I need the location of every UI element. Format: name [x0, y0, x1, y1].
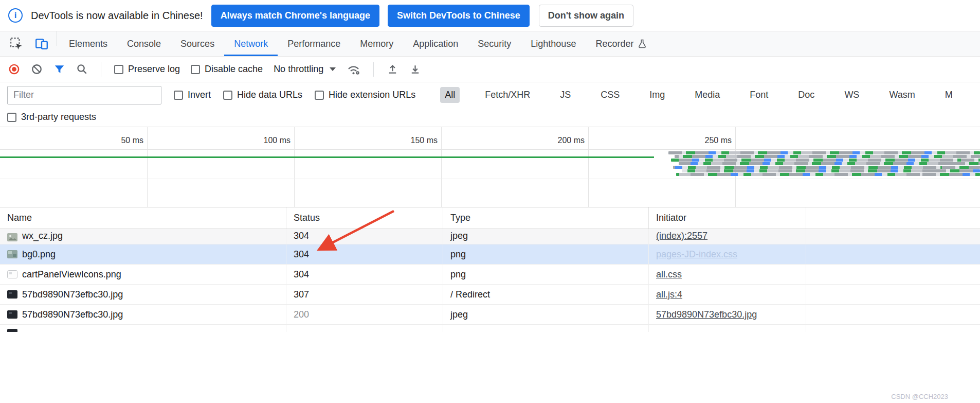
- table-row[interactable]: 57bd9890N73efbc30.jpg 307 / Redirect all…: [0, 285, 980, 305]
- language-banner: DevTools is now available in Chinese! Al…: [0, 0, 980, 31]
- waterfall-overview-bars: [668, 151, 980, 178]
- tab-recorder[interactable]: Recorder: [586, 31, 657, 56]
- switch-to-chinese-button[interactable]: Switch DevTools to Chinese: [388, 5, 530, 27]
- banner-message: DevTools is now available in Chinese!: [31, 10, 203, 22]
- throttling-select[interactable]: No throttling: [274, 64, 336, 75]
- gridline: [294, 127, 295, 207]
- filter-type-js[interactable]: JS: [555, 87, 575, 103]
- network-filter-bar: Invert Hide data URLs Hide extension URL…: [0, 82, 980, 108]
- network-request-table: Name Status Type Initiator wx_cz.jpg 304…: [0, 207, 980, 332]
- match-language-button[interactable]: Always match Chrome's language: [211, 5, 379, 27]
- gridline: [441, 127, 442, 207]
- checkbox: [7, 113, 16, 122]
- column-header-empty: [806, 207, 980, 229]
- checkbox: [114, 65, 123, 74]
- gridline: [588, 127, 589, 207]
- device-toolbar-icon[interactable]: [29, 31, 55, 56]
- image-thumbnail-icon: [7, 310, 17, 319]
- inspect-element-icon[interactable]: [4, 31, 29, 56]
- filter-type-css[interactable]: CSS: [596, 87, 624, 103]
- initiator-link[interactable]: (index):2557: [656, 231, 707, 241]
- dont-show-again-button[interactable]: Don't show again: [539, 5, 633, 27]
- tab-console[interactable]: Console: [117, 31, 171, 56]
- table-row-partial[interactable]: [0, 325, 980, 332]
- filter-type-ws[interactable]: WS: [840, 87, 864, 103]
- tab-network[interactable]: Network: [224, 31, 278, 56]
- network-conditions-icon[interactable]: [347, 63, 360, 76]
- export-har-icon[interactable]: [409, 63, 421, 75]
- hide-data-urls-checkbox[interactable]: Hide data URLs: [223, 90, 302, 100]
- time-tick: 150 ms: [411, 136, 441, 145]
- time-tick: 200 ms: [558, 136, 588, 145]
- band-separator: [0, 179, 980, 179]
- table-row-selected[interactable]: bg0.png 304 png pages-JD-index.css: [0, 244, 980, 265]
- table-row[interactable]: 57bd9890N73efbc30.jpg 200 jpeg 57bd9890N…: [0, 305, 980, 325]
- record-network-log-button[interactable]: [8, 63, 20, 75]
- tab-performance[interactable]: Performance: [278, 31, 350, 56]
- initiator-link[interactable]: pages-JD-index.css: [656, 249, 737, 260]
- filter-toggle-icon[interactable]: [53, 63, 65, 75]
- filter-type-wasm[interactable]: Wasm: [884, 87, 919, 103]
- checkbox: [174, 91, 183, 100]
- filter-type-doc[interactable]: Doc: [793, 87, 819, 103]
- network-toolbar: Preserve log Disable cache No throttling: [0, 57, 980, 82]
- ruler-separator: [0, 149, 980, 150]
- invert-checkbox[interactable]: Invert: [174, 90, 211, 100]
- import-har-icon[interactable]: [387, 63, 398, 75]
- info-icon: [8, 8, 23, 23]
- initiator-link[interactable]: 57bd9890N73efbc30.jpg: [656, 309, 757, 320]
- tab-lighthouse[interactable]: Lighthouse: [521, 31, 586, 56]
- image-thumbnail-icon: [7, 290, 17, 299]
- watermark: CSDN @CCH2023: [891, 393, 948, 400]
- filter-type-manifest[interactable]: M: [940, 87, 957, 103]
- time-tick: 100 ms: [264, 136, 294, 145]
- time-tick: 250 ms: [705, 136, 735, 145]
- divider: [101, 62, 101, 77]
- clear-network-log-button[interactable]: [31, 63, 43, 75]
- column-header-name[interactable]: Name: [0, 207, 286, 229]
- hide-extension-urls-checkbox[interactable]: Hide extension URLs: [315, 90, 415, 100]
- tab-elements[interactable]: Elements: [59, 31, 117, 56]
- time-tick: 50 ms: [121, 136, 147, 145]
- checkbox: [315, 91, 324, 100]
- gridline: [147, 127, 148, 207]
- filter-type-fetch-xhr[interactable]: Fetch/XHR: [480, 87, 535, 103]
- column-header-type[interactable]: Type: [443, 207, 649, 229]
- search-icon[interactable]: [76, 63, 88, 75]
- devtools-tabbar: Elements Console Sources Network Perform…: [0, 31, 980, 57]
- timeline-load-line: [0, 156, 654, 158]
- timeline-overview[interactable]: 50 ms 100 ms 150 ms 200 ms 250 ms: [0, 127, 980, 207]
- image-thumbnail-icon: [7, 270, 17, 278]
- column-header-status[interactable]: Status: [286, 207, 443, 229]
- filter-type-all[interactable]: All: [440, 87, 460, 103]
- divider: [57, 31, 57, 46]
- column-header-initiator[interactable]: Initiator: [649, 207, 806, 229]
- experiment-flask-icon: [637, 39, 647, 49]
- image-thumbnail-icon: [7, 329, 17, 332]
- third-party-row: 3rd-party requests: [0, 108, 980, 127]
- initiator-link[interactable]: all.css: [656, 269, 682, 280]
- chevron-down-icon: [330, 67, 336, 71]
- initiator-link[interactable]: all.js:4: [656, 289, 682, 300]
- table-header: Name Status Type Initiator: [0, 207, 980, 229]
- table-row[interactable]: cartPanelViewIcons.png 304 png all.css: [0, 265, 980, 285]
- table-row[interactable]: wx_cz.jpg 304 jpeg (index):2557: [0, 229, 980, 244]
- image-thumbnail-icon: [7, 250, 17, 258]
- filter-input[interactable]: [7, 86, 161, 104]
- filter-type-media[interactable]: Media: [690, 87, 724, 103]
- disable-cache-checkbox[interactable]: Disable cache: [191, 64, 263, 75]
- tab-application[interactable]: Application: [403, 31, 468, 56]
- image-thumbnail-icon: [7, 233, 17, 241]
- tab-security[interactable]: Security: [468, 31, 521, 56]
- divider: [373, 62, 374, 77]
- filter-type-font[interactable]: Font: [745, 87, 773, 103]
- tab-memory[interactable]: Memory: [350, 31, 403, 56]
- checkbox: [191, 65, 200, 74]
- request-type-filters: All Fetch/XHR JS CSS Img Media Font Doc …: [440, 87, 957, 103]
- checkbox: [223, 91, 232, 100]
- filter-type-img[interactable]: Img: [645, 87, 669, 103]
- tab-sources[interactable]: Sources: [171, 31, 224, 56]
- third-party-requests-checkbox[interactable]: 3rd-party requests: [7, 112, 96, 122]
- preserve-log-checkbox[interactable]: Preserve log: [114, 64, 180, 75]
